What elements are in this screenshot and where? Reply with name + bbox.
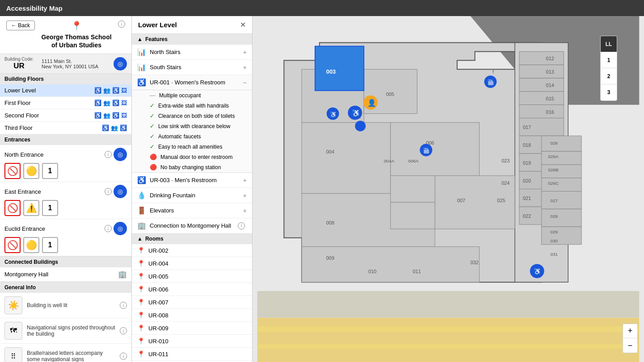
rooms-label: Rooms (145, 236, 164, 242)
entrance-east-info[interactable]: i (105, 188, 112, 195)
room-025: 025 (497, 198, 505, 203)
entrance-north-nav[interactable]: ◎ (114, 148, 127, 161)
feature-montgomery[interactable]: 🏢 Connection to Montgomery Hall i (132, 218, 252, 233)
expand-mens[interactable]: + (243, 177, 247, 184)
womens-restroom-details: — Multiple occupant ✓ Extra-wide stall w… (132, 90, 252, 173)
elevator-icon: 🖼 (121, 87, 127, 94)
zoom-in-button[interactable]: + (623, 324, 637, 338)
room-label-007: UR-007 (148, 299, 168, 306)
floor-name-1: First Floor (4, 100, 94, 106)
floor-third-floor[interactable]: Third Floor ♿ 👥 ♿ (0, 122, 131, 134)
restroom-icon-womens: ♿ (137, 78, 146, 87)
svg-rect-30 (302, 247, 479, 282)
room-label-011: UR-011 (148, 351, 168, 358)
entrance-north-info[interactable]: i (105, 151, 112, 158)
svg-rect-24 (542, 209, 581, 227)
room-pin-007: 📍 (137, 299, 145, 306)
check-icon-2: ✓ (150, 112, 155, 119)
svg-rect-10 (519, 78, 564, 92)
no-entry-icon-east: 🚫 (7, 203, 18, 213)
floor-btn-2[interactable]: 2 (601, 68, 617, 84)
braille-icon: ⠿ (4, 347, 22, 362)
feature-south-stairs[interactable]: 📊 South Stairs + (132, 60, 252, 75)
elevator-badge-north: 🟡 (23, 163, 39, 179)
entrance-euclid-nav[interactable]: ◎ (114, 222, 127, 235)
middle-header: Lower Level ✕ (132, 16, 252, 34)
number-icon-north: 1 (48, 167, 52, 175)
room-ur-006[interactable]: 📍 UR-006 (132, 283, 252, 296)
collapse-womens[interactable]: − (243, 79, 247, 86)
room-012: 012 (546, 56, 554, 61)
expand-elevators[interactable]: + (243, 207, 247, 214)
feature-womens-restroom[interactable]: ♿ UR-001 · Women's Restroom − (132, 75, 252, 90)
floor-btn-ll[interactable]: LL (601, 36, 617, 52)
floor-lower-level[interactable]: Lower Level ♿ 👥 ♿ 🖼 (0, 84, 131, 97)
room-026a: 026A (548, 154, 559, 159)
collapse-features-icon[interactable]: ▲ (137, 36, 143, 42)
floor-btn-1[interactable]: 1 (601, 52, 617, 68)
room-label-010: UR-010 (148, 338, 168, 345)
building-address: 1111 Main St. New York, NY 10001 USA (37, 58, 110, 69)
feature-mens-restroom[interactable]: ♿ UR-003 · Men's Restroom + (132, 173, 252, 188)
floor-first-floor[interactable]: First Floor ♿ 👥 ♿ 🖼 (0, 97, 131, 109)
room-003-label: 003 (326, 68, 336, 75)
feature-mens-label: UR-003 · Men's Restroom (150, 177, 240, 183)
feature-elevators[interactable]: 🚪 Elevators + (132, 203, 252, 218)
room-ur-009[interactable]: 📍 UR-009 (132, 322, 252, 335)
svg-rect-22 (542, 178, 581, 191)
floor-map-svg: 012 013 014 015 016 017 018 019 020 021 … (253, 16, 644, 362)
room-ur-010[interactable]: 📍 UR-010 (132, 335, 252, 348)
signs-info[interactable]: i (120, 327, 127, 334)
entrance-north-name: North Entrance (4, 151, 103, 158)
no-entry-icon-north: 🚫 (7, 166, 18, 176)
room-032: 032 (471, 260, 479, 265)
expand-north-stairs[interactable]: + (243, 49, 247, 56)
collapse-rooms-icon[interactable]: ▲ (137, 236, 143, 242)
svg-rect-8 (519, 51, 564, 65)
restroom-icon-2: 👥 (103, 112, 110, 119)
close-panel-button[interactable]: ✕ (240, 21, 246, 29)
room-pin-005: 📍 (137, 273, 145, 280)
floor-btn-3[interactable]: 3 (601, 84, 617, 100)
connected-building-montgomery[interactable]: Montgomery Hall 🏢 (0, 267, 131, 282)
entrance-east-name: East Entrance (4, 188, 103, 195)
expand-fountain[interactable]: + (243, 192, 247, 199)
general-info-section-header: General Info (0, 282, 131, 293)
room-028: 028 (551, 214, 558, 219)
floor-second-floor[interactable]: Second Floor ♿ 👥 ♿ 🖼 (0, 109, 131, 122)
expand-south-stairs[interactable]: + (243, 64, 247, 71)
number-icon-euclid: 1 (48, 241, 52, 249)
title-bar: Accessibility Map (0, 0, 644, 16)
map-area[interactable]: 012 013 014 015 016 017 018 019 020 021 … (253, 16, 644, 362)
room-013: 013 (546, 69, 554, 75)
back-button[interactable]: ← Back (6, 21, 35, 30)
middle-panel: Lower Level ✕ ▲ Features 📊 North Stairs … (132, 16, 253, 362)
room-ur-005[interactable]: 📍 UR-005 (132, 270, 252, 283)
svg-rect-35 (315, 46, 364, 91)
feature-north-stairs[interactable]: 📊 North Stairs + (132, 45, 252, 60)
room-ur-008[interactable]: 📍 UR-008 (132, 309, 252, 322)
info-icon-header[interactable]: i (118, 21, 125, 28)
room-ur-011[interactable]: 📍 UR-011 (132, 348, 252, 361)
room-ur-004[interactable]: 📍 UR-004 (132, 257, 252, 270)
feature-drinking-fountain[interactable]: 💧 Drinking Fountain + (132, 188, 252, 203)
room-022: 022 (523, 213, 531, 219)
room-pin-006: 📍 (137, 286, 145, 293)
sub-no-baby: 🔴 No baby changing station (132, 162, 252, 172)
room-018: 018 (523, 142, 531, 148)
room-ur-007[interactable]: 📍 UR-007 (132, 296, 252, 309)
entrance-euclid-info[interactable]: i (105, 225, 112, 232)
room-ur-002[interactable]: 📍 UR-002 (132, 244, 252, 257)
lighting-info[interactable]: i (120, 302, 127, 309)
braille-info[interactable]: i (120, 353, 127, 360)
entrance-east: East Entrance i ◎ 🚫 ⚠️ 1 (0, 182, 131, 219)
zoom-out-button[interactable]: − (623, 338, 637, 353)
floors-section-header: Building Floors (0, 74, 131, 84)
entrance-east-nav[interactable]: ◎ (114, 185, 127, 198)
feature-north-stairs-label: North Stairs (150, 49, 240, 55)
directions-button[interactable]: ◎ (114, 57, 127, 71)
lighting-text: Building is well lit (27, 302, 115, 308)
room-004-label: 004 (326, 149, 334, 154)
entrance-east-icons: 🚫 ⚠️ 1 (4, 200, 127, 216)
montgomery-info[interactable]: i (238, 222, 245, 229)
